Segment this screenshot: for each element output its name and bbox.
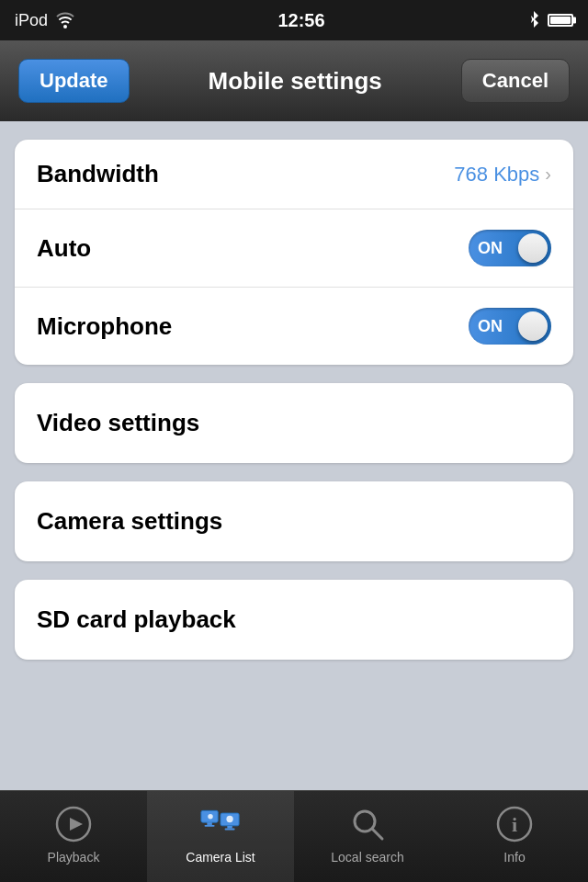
bandwidth-row[interactable]: Bandwidth 768 Kbps › bbox=[15, 140, 573, 209]
sd-card-card[interactable]: SD card playback bbox=[15, 580, 573, 660]
auto-label: Auto bbox=[37, 234, 91, 263]
tab-playback-label: Playback bbox=[48, 850, 100, 865]
tab-local-search[interactable]: Local search bbox=[294, 791, 441, 882]
main-content: Bandwidth 768 Kbps › Auto ON Microphone … bbox=[0, 121, 588, 678]
svg-rect-3 bbox=[207, 822, 212, 825]
camera-settings-row: Camera settings bbox=[15, 481, 573, 561]
svg-rect-7 bbox=[225, 828, 235, 830]
svg-line-11 bbox=[372, 829, 382, 839]
svg-rect-4 bbox=[205, 824, 215, 826]
tab-camera-list-label: Camera List bbox=[186, 850, 254, 865]
info-icon: i bbox=[494, 804, 535, 844]
camera-settings-card[interactable]: Camera settings bbox=[15, 481, 573, 561]
sd-card-row: SD card playback bbox=[15, 580, 573, 660]
svg-marker-1 bbox=[70, 818, 83, 831]
settings-card-main: Bandwidth 768 Kbps › Auto ON Microphone … bbox=[15, 140, 573, 365]
tab-camera-list[interactable]: Camera List bbox=[147, 791, 294, 882]
auto-toggle-label: ON bbox=[478, 239, 503, 258]
local-search-icon bbox=[347, 804, 388, 844]
microphone-toggle-knob bbox=[518, 311, 548, 341]
microphone-toggle-label: ON bbox=[478, 317, 503, 336]
microphone-label: Microphone bbox=[37, 312, 172, 341]
wifi-icon bbox=[55, 12, 75, 28]
auto-toggle[interactable]: ON bbox=[469, 230, 551, 266]
carrier-label: iPod bbox=[15, 11, 48, 30]
bandwidth-value: 768 Kbps bbox=[454, 163, 539, 187]
camera-settings-label: Camera settings bbox=[37, 507, 222, 536]
playback-icon bbox=[53, 804, 94, 844]
microphone-row: Microphone ON bbox=[15, 288, 573, 365]
cancel-button[interactable]: Cancel bbox=[461, 59, 570, 103]
sd-card-label: SD card playback bbox=[37, 605, 236, 634]
tab-playback[interactable]: Playback bbox=[0, 791, 147, 882]
svg-point-8 bbox=[208, 814, 213, 820]
svg-text:i: i bbox=[512, 813, 517, 836]
battery-icon bbox=[548, 14, 573, 27]
bandwidth-label: Bandwidth bbox=[37, 160, 159, 188]
bandwidth-value-container: 768 Kbps › bbox=[454, 163, 551, 187]
status-bar-right bbox=[527, 11, 573, 29]
microphone-toggle[interactable]: ON bbox=[469, 308, 551, 345]
svg-rect-6 bbox=[227, 825, 232, 828]
bluetooth-icon bbox=[527, 11, 540, 29]
nav-bar: Update Mobile settings Cancel bbox=[0, 40, 588, 121]
status-bar-left: iPod bbox=[15, 11, 75, 30]
tab-info-label: Info bbox=[503, 850, 525, 865]
tab-info[interactable]: i Info bbox=[441, 791, 588, 882]
tab-local-search-label: Local search bbox=[331, 850, 403, 865]
auto-row: Auto ON bbox=[15, 209, 573, 288]
tab-bar: Playback Camera List bbox=[0, 790, 588, 882]
video-settings-card[interactable]: Video settings bbox=[15, 383, 573, 463]
camera-list-icon bbox=[200, 804, 241, 844]
video-settings-row: Video settings bbox=[15, 383, 573, 463]
status-time: 12:56 bbox=[277, 10, 324, 31]
svg-point-9 bbox=[226, 815, 232, 821]
bandwidth-chevron: › bbox=[545, 164, 551, 185]
update-button[interactable]: Update bbox=[18, 59, 130, 103]
status-bar: iPod 12:56 bbox=[0, 0, 588, 40]
video-settings-label: Video settings bbox=[37, 409, 199, 437]
nav-title: Mobile settings bbox=[209, 67, 382, 96]
auto-toggle-knob bbox=[518, 233, 548, 263]
